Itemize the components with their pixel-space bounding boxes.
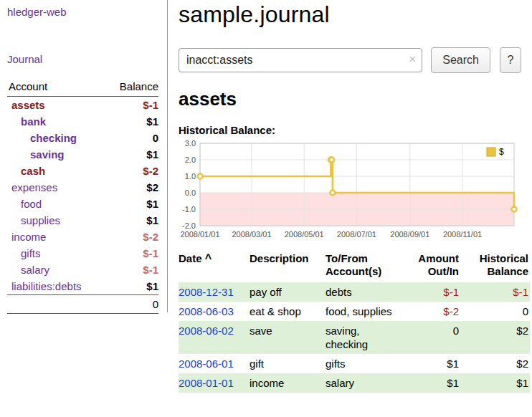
register-row: 2008-06-01giftgifts$1$2 (179, 354, 530, 373)
transaction-balance: $2 (465, 321, 530, 354)
svg-text:2008/07/01: 2008/07/01 (337, 230, 376, 239)
account-link-expenses[interactable]: expenses (11, 181, 57, 194)
svg-text:-1.0: -1.0 (182, 205, 196, 214)
chart-point (329, 158, 334, 163)
account-balance: $-2 (106, 163, 158, 179)
transaction-date-link[interactable]: 2008-06-01 (179, 358, 234, 370)
sidebar: hledger-web Journal Account Balance asse… (0, 0, 168, 312)
main-content: sample.journal × Search ? assets Histori… (168, 0, 521, 393)
account-row: food$1 (7, 196, 158, 212)
transaction-balance: $2 (465, 354, 530, 373)
account-link-food[interactable]: food (21, 197, 42, 211)
transaction-date-link[interactable]: 2008-12-31 (179, 286, 234, 298)
svg-text:2008/03/01: 2008/03/01 (232, 230, 271, 239)
chart-canvas: 3.02.01.00.0-1.0-2.02008/01/012008/03/01… (179, 140, 518, 240)
register-header-amount: Amount Out/In (406, 251, 465, 282)
account-balance: $1 (106, 196, 158, 212)
account-link-assets[interactable]: assets (11, 98, 45, 112)
account-row: salary$-1 (7, 262, 158, 278)
account-balance: $1 (106, 113, 158, 130)
search-input-wrap: × (179, 48, 422, 72)
account-balance: $-2 (106, 229, 158, 245)
account-row: checking0 (7, 130, 158, 146)
register-table-body: 2008-12-31pay offdebts$-1$-12008-06-03ea… (179, 282, 530, 393)
svg-text:2008/09/01: 2008/09/01 (390, 230, 429, 239)
historical-balance-chart: 3.02.01.00.0-1.0-2.02008/01/012008/03/01… (179, 140, 521, 242)
chart-point (198, 174, 203, 179)
svg-text:2.0: 2.0 (185, 155, 196, 164)
account-link-saving[interactable]: saving (30, 148, 65, 161)
app-title-link[interactable]: hledger-web (7, 6, 158, 18)
register-row: 2008-06-03eat & shopfood, supplies$-20 (179, 302, 530, 321)
chart-point (330, 191, 335, 196)
svg-text:2008/01/01: 2008/01/01 (180, 230, 219, 239)
account-link-salary[interactable]: salary (21, 263, 49, 277)
svg-text:0.0: 0.0 (185, 188, 196, 197)
account-row: gifts$-1 (7, 245, 158, 262)
transaction-description: eat & shop (250, 302, 326, 321)
account-link-checking[interactable]: checking (30, 131, 77, 145)
transaction-amount: $1 (406, 354, 465, 373)
account-balance: $1 (106, 278, 158, 295)
svg-text:1.0: 1.0 (185, 172, 196, 181)
transaction-description: save (250, 321, 326, 354)
account-link-liabilities-debts[interactable]: liabilities:debts (11, 279, 82, 293)
help-button[interactable]: ? (500, 47, 521, 73)
transaction-accounts: gifts (326, 354, 406, 373)
search-input[interactable] (179, 48, 422, 72)
sort-ascending-icon: ^ (205, 252, 212, 264)
account-link-supplies[interactable]: supplies (21, 214, 60, 227)
account-row: expenses$2 (7, 179, 158, 196)
transaction-amount: $1 (406, 373, 465, 393)
transaction-date-link[interactable]: 2008-01-01 (179, 377, 234, 389)
chart-point (512, 207, 517, 212)
transaction-amount: $-2 (406, 302, 465, 321)
svg-text:3.0: 3.0 (185, 140, 196, 148)
accounts-table-body: assets$-1bank$1checking0saving$1cash$-2e… (7, 97, 158, 295)
svg-text:$: $ (499, 147, 504, 157)
account-row: bank$1 (7, 113, 158, 130)
transaction-date-link[interactable]: 2008-06-02 (179, 325, 234, 337)
account-row: saving$1 (7, 146, 158, 163)
account-balance: $2 (106, 179, 158, 196)
search-form: × Search ? (179, 47, 521, 73)
account-link-gifts[interactable]: gifts (21, 246, 41, 260)
register-row: 2008-06-02savesaving, checking0$2 (179, 321, 530, 354)
account-balance: 0 (106, 130, 158, 146)
account-row: liabilities:debts$1 (7, 278, 158, 295)
transaction-description: gift (250, 354, 326, 373)
account-link-cash[interactable]: cash (21, 164, 45, 178)
svg-text:2008/05/01: 2008/05/01 (285, 230, 324, 239)
accounts-table: Account Balance assets$-1bank$1checking0… (7, 79, 158, 314)
account-row: income$-2 (7, 229, 158, 245)
accounts-header-balance: Balance (106, 79, 158, 97)
register-table: Date ^ Description To/From Account(s) Am… (179, 251, 530, 393)
svg-text:2008/11/01: 2008/11/01 (443, 230, 482, 239)
transaction-description: pay off (250, 282, 326, 302)
transaction-description: income (250, 373, 326, 393)
account-row: supplies$1 (7, 212, 158, 229)
sidebar-item-journal[interactable]: Journal (7, 53, 158, 65)
transaction-accounts: debts (326, 282, 406, 302)
transaction-balance: $-1 (465, 282, 530, 302)
transaction-amount: 0 (406, 321, 465, 354)
account-row: assets$-1 (7, 97, 158, 114)
page-title: sample.journal (179, 1, 521, 28)
transaction-amount: $-1 (406, 282, 465, 302)
accounts-total-balance: 0 (106, 295, 158, 314)
account-balance: $-1 (106, 262, 158, 278)
app-window: hledger-web Journal Account Balance asse… (0, 0, 532, 393)
account-link-bank[interactable]: bank (21, 115, 46, 128)
date-header-label: Date (179, 252, 202, 264)
transaction-accounts: salary (326, 373, 406, 393)
account-link-income[interactable]: income (11, 230, 46, 244)
register-header-date[interactable]: Date ^ (179, 251, 250, 282)
transaction-date-link[interactable]: 2008-06-03 (179, 305, 234, 317)
clear-search-icon[interactable]: × (409, 52, 416, 67)
register-header-description: Description (250, 251, 326, 282)
svg-text:-2.0: -2.0 (182, 221, 196, 230)
accounts-header-account: Account (7, 79, 106, 97)
search-button[interactable]: Search (431, 47, 490, 73)
accounts-total-spacer (7, 295, 106, 314)
accounts-total-row: 0 (7, 295, 158, 314)
